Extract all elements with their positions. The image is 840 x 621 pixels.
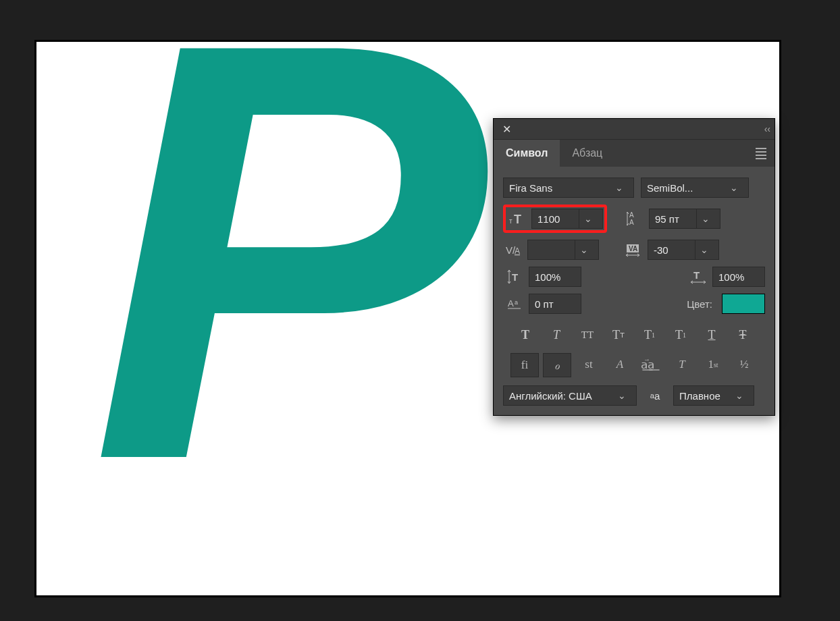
chevron-down-icon[interactable]: ⌄ bbox=[695, 240, 713, 260]
antialias-icon: aa bbox=[644, 385, 666, 406]
horizontal-scale-input[interactable]: 100% bbox=[712, 267, 765, 287]
baseline-shift-input[interactable]: 0 пт bbox=[529, 294, 581, 314]
antialias-value: Плавное bbox=[679, 390, 720, 402]
panel-titlebar[interactable]: ✕ ‹‹ bbox=[494, 119, 775, 140]
svg-text:T: T bbox=[512, 271, 518, 283]
language-select[interactable]: Английский: США ⌄ bbox=[503, 385, 637, 406]
opentype-row: fi ℴ st A a͟a͟→ T 1st ½ bbox=[503, 353, 765, 377]
bold-button[interactable]: T bbox=[512, 323, 539, 346]
allcaps-button[interactable]: TT bbox=[574, 323, 601, 346]
horizontal-scale-icon: T bbox=[688, 267, 708, 287]
svg-text:A: A bbox=[629, 219, 634, 226]
canvas-glyph[interactable]: P bbox=[90, 0, 463, 548]
titling-alt-button[interactable]: T bbox=[668, 353, 695, 376]
kerning-icon: V/A bbox=[503, 240, 523, 260]
font-family-select[interactable]: Fira Sans ⌄ bbox=[503, 178, 634, 198]
svg-text:T: T bbox=[514, 213, 521, 226]
chevron-down-icon: ⌄ bbox=[731, 385, 748, 406]
typestyle-row: T T TT Tᴛ T1 T1 T Ŧ bbox=[503, 323, 765, 346]
baseline-shift-value: 0 пт bbox=[535, 298, 554, 310]
svg-text:T: T bbox=[693, 269, 700, 281]
fontsize-icon: тT bbox=[507, 209, 527, 229]
horizontal-scale-value: 100% bbox=[718, 271, 744, 283]
leading-value: 95 пт bbox=[655, 213, 696, 225]
font-style-value: SemiBol... bbox=[647, 182, 693, 194]
superscript-button[interactable]: T1 bbox=[636, 323, 663, 346]
swash-button[interactable]: A bbox=[606, 353, 633, 376]
stylistic-alt-button[interactable]: a͟a͟→ bbox=[637, 353, 664, 376]
fontsize-value: 1100 bbox=[537, 213, 579, 225]
fractions-button[interactable]: ½ bbox=[731, 353, 758, 376]
tracking-value: -30 bbox=[654, 244, 695, 256]
svg-text:A: A bbox=[515, 246, 520, 256]
leading-icon: AA bbox=[625, 209, 645, 229]
kerning-input[interactable]: ⌄ bbox=[527, 240, 599, 260]
font-family-value: Fira Sans bbox=[509, 182, 552, 194]
panel-body: Fira Sans ⌄ SemiBol... ⌄ тT 1100 ⌄ bbox=[494, 167, 775, 415]
font-style-select[interactable]: SemiBol... ⌄ bbox=[641, 178, 749, 198]
panel-menu-icon[interactable] bbox=[747, 140, 775, 167]
close-icon[interactable]: ✕ bbox=[498, 120, 515, 138]
vertical-scale-icon: T bbox=[504, 267, 525, 287]
chevron-down-icon: ⌄ bbox=[725, 178, 743, 198]
subscript-button[interactable]: T1 bbox=[667, 323, 694, 346]
italic-button[interactable]: T bbox=[543, 323, 570, 346]
tab-paragraph[interactable]: Абзац bbox=[560, 140, 614, 167]
tab-character[interactable]: Символ bbox=[494, 140, 560, 167]
vertical-scale-input[interactable]: 100% bbox=[529, 267, 581, 287]
smallcaps-button[interactable]: Tᴛ bbox=[605, 323, 632, 346]
color-swatch[interactable] bbox=[722, 294, 765, 314]
chevron-down-icon[interactable]: ⌄ bbox=[696, 209, 714, 229]
contextual-alt-button[interactable]: ℴ bbox=[543, 353, 571, 377]
color-label: Цвет: bbox=[687, 298, 712, 310]
ordinals-button[interactable]: 1st bbox=[700, 353, 727, 376]
chevron-down-icon[interactable]: ⌄ bbox=[579, 209, 597, 229]
leading-input[interactable]: 95 пт ⌄ bbox=[649, 209, 720, 229]
panel-tabs: Символ Абзац bbox=[494, 140, 775, 167]
vertical-scale-value: 100% bbox=[535, 271, 560, 283]
strikethrough-button[interactable]: Ŧ bbox=[729, 323, 756, 346]
tracking-input[interactable]: -30 ⌄ bbox=[648, 240, 719, 260]
svg-text:A: A bbox=[508, 298, 514, 308]
baseline-shift-icon: Aa bbox=[504, 294, 525, 314]
ligatures-button[interactable]: fi bbox=[510, 353, 539, 377]
antialias-select[interactable]: Плавное ⌄ bbox=[673, 385, 754, 406]
fontsize-input[interactable]: 1100 ⌄ bbox=[531, 209, 603, 229]
svg-text:т: т bbox=[509, 217, 513, 225]
collapse-panel-icon[interactable]: ‹‹ bbox=[764, 124, 770, 134]
svg-text:A: A bbox=[629, 211, 634, 219]
chevron-down-icon: ⌄ bbox=[610, 178, 628, 198]
chevron-down-icon: ⌄ bbox=[613, 385, 631, 406]
chevron-down-icon[interactable]: ⌄ bbox=[575, 240, 593, 260]
svg-text:VA: VA bbox=[629, 245, 637, 252]
tracking-icon: VA bbox=[623, 240, 644, 260]
character-panel: ✕ ‹‹ Символ Абзац Fira Sans ⌄ SemiBol...… bbox=[493, 118, 775, 416]
svg-text:a: a bbox=[515, 299, 518, 306]
underline-button[interactable]: T bbox=[698, 323, 725, 346]
discretionary-lig-button[interactable]: st bbox=[575, 353, 602, 376]
language-value: Английский: США bbox=[509, 390, 592, 402]
fontsize-highlight: тT 1100 ⌄ bbox=[503, 205, 607, 233]
